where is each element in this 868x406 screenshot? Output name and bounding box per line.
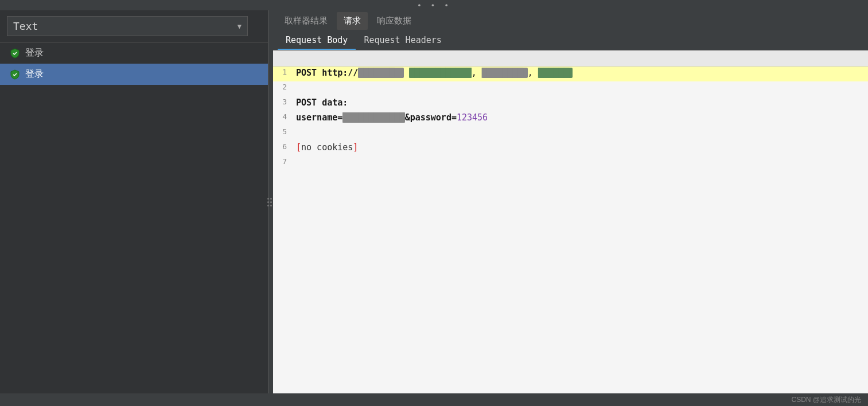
no-cookies-text: no cookies xyxy=(301,142,353,153)
tab-response-data[interactable]: 响应数据 xyxy=(370,12,418,30)
url-part-3: ████████ xyxy=(482,68,528,78)
search-bar[interactable] xyxy=(273,50,868,67)
watermark-text: CSDN @追求测试的光 xyxy=(791,395,861,405)
sub-tab-bar: Request Body Request Headers xyxy=(273,31,868,50)
left-panel-header: Text ▼ xyxy=(0,10,268,42)
line-content-2 xyxy=(294,81,868,84)
code-line-4: 4 username=████████████&password=123456 xyxy=(273,111,868,126)
line-num-1: 1 xyxy=(273,67,294,76)
line-num-5: 5 xyxy=(273,126,294,136)
keyword-post: POST http:// xyxy=(296,68,358,78)
code-line-6: 6 [no cookies] xyxy=(273,141,868,156)
code-line-5: 5 xyxy=(273,126,868,141)
code-line-1: 1 POST http://███████ ████████████, ████… xyxy=(273,67,868,81)
url-part-4: ██████ xyxy=(538,68,573,78)
line-content-7 xyxy=(294,156,868,158)
url-part-1: ███████ xyxy=(358,68,404,78)
resize-handle[interactable] xyxy=(265,10,271,393)
code-line-7: 7 xyxy=(273,156,868,171)
username-key: username= xyxy=(296,112,342,123)
tree-item-login-1[interactable]: 登录 xyxy=(0,42,268,64)
line-num-6: 6 xyxy=(273,141,294,151)
type-dropdown[interactable]: Text ▼ xyxy=(7,16,248,36)
line-content-5 xyxy=(294,126,868,128)
code-line-3: 3 POST data: xyxy=(273,96,868,111)
code-view: 1 POST http://███████ ████████████, ████… xyxy=(273,67,868,393)
post-data-label: POST data: xyxy=(296,97,348,108)
three-dots-icon: • • • xyxy=(417,1,451,10)
line-num-2: 2 xyxy=(273,81,294,91)
dropdown-label: Text xyxy=(13,20,38,32)
content-area: 1 POST http://███████ ████████████, ████… xyxy=(273,50,868,393)
password-key: &password= xyxy=(405,112,457,123)
line-content-3: POST data: xyxy=(294,96,868,109)
line-num-7: 7 xyxy=(273,156,294,166)
tab-request-body[interactable]: Request Body xyxy=(278,32,356,50)
code-line-2: 2 xyxy=(273,81,868,96)
open-bracket: [ xyxy=(296,142,301,153)
bottom-bar: CSDN @追求测试的光 xyxy=(0,393,868,406)
url-part-2: ████████████ xyxy=(409,68,471,78)
close-bracket: ] xyxy=(353,142,358,153)
tree-item-label-1: 登录 xyxy=(25,47,44,59)
password-value: 123456 xyxy=(457,112,488,123)
tree-item-label-2: 登录 xyxy=(25,68,44,80)
right-panel: 取样器结果 请求 响应数据 Request Body Request Heade… xyxy=(273,10,868,393)
shield-icon-2 xyxy=(9,69,21,80)
left-panel: Text ▼ 登录 登录 xyxy=(0,10,268,393)
line-num-4: 4 xyxy=(273,111,294,121)
dropdown-arrow-icon: ▼ xyxy=(238,22,242,30)
line-content-4: username=████████████&password=123456 xyxy=(294,111,868,124)
tab-sampler-result[interactable]: 取样器结果 xyxy=(278,12,334,30)
tree-item-login-2[interactable]: 登录 xyxy=(0,64,268,85)
line-content-6: [no cookies] xyxy=(294,141,868,154)
tab-request[interactable]: 请求 xyxy=(337,12,368,30)
tab-request-headers[interactable]: Request Headers xyxy=(356,32,449,50)
line-content-1: POST http://███████ ████████████, ██████… xyxy=(294,67,868,79)
username-value: ████████████ xyxy=(342,112,404,123)
top-tab-bar: 取样器结果 请求 响应数据 xyxy=(273,10,868,31)
line-num-3: 3 xyxy=(273,96,294,106)
shield-icon-1 xyxy=(9,48,21,59)
